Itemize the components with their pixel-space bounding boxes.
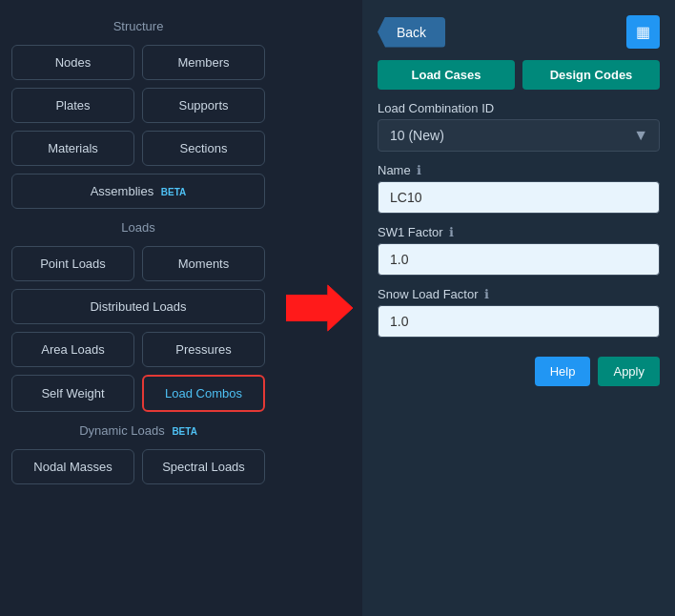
sw1-factor-section: SW1 Factor ℹ [378,225,660,276]
members-button[interactable]: Members [142,45,265,80]
apply-button[interactable]: Apply [598,357,660,386]
point-loads-button[interactable]: Point Loads [11,246,134,281]
self-weight-load-combos-grid: Self Weight Load Combos [11,375,265,412]
design-codes-tab[interactable]: Design Codes [522,60,660,90]
name-info-icon[interactable]: ℹ [417,163,421,177]
moments-button[interactable]: Moments [142,246,265,281]
spectral-loads-button[interactable]: Spectral Loads [142,449,265,484]
snow-load-factor-input[interactable] [378,305,660,338]
top-bar: Back ▦ [378,15,660,49]
area-pressures-grid: Area Loads Pressures [11,332,265,367]
materials-button[interactable]: Materials [11,131,134,166]
distributed-loads-button[interactable]: Distributed Loads [11,289,265,324]
help-button[interactable]: Help [535,357,591,386]
structure-label: Structure [11,19,265,33]
load-combination-select[interactable]: 10 (New) [378,119,660,152]
snow-load-info-icon[interactable]: ℹ [484,287,489,301]
name-input[interactable] [378,181,660,214]
load-combination-id-label: Load Combination ID [378,101,660,115]
arrow-divider [276,0,362,616]
self-weight-button[interactable]: Self Weight [11,375,134,412]
distributed-loads-row: Distributed Loads [11,289,265,324]
plates-button[interactable]: Plates [11,88,134,123]
right-arrow-icon [286,284,353,332]
area-loads-button[interactable]: Area Loads [11,332,134,367]
sw1-info-icon[interactable]: ℹ [449,225,454,239]
nodal-masses-button[interactable]: Nodal Masses [11,449,134,484]
sections-button[interactable]: Sections [142,131,265,166]
name-section: Name ℹ [378,163,660,214]
snow-load-factor-label: Snow Load Factor ℹ [378,287,660,301]
load-combination-select-wrapper: 10 (New) ▼ [378,119,660,152]
name-label: Name ℹ [378,163,660,177]
dynamic-grid: Nodal Masses Spectral Loads [11,449,265,484]
pressures-button[interactable]: Pressures [142,332,265,367]
load-cases-tab[interactable]: Load Cases [378,60,515,90]
dynamic-beta-badge: BETA [172,426,196,437]
action-bar: Help Apply [378,357,660,386]
svg-marker-0 [286,285,353,331]
grid-icon: ▦ [636,24,650,40]
structure-grid: Nodes Members Plates Supports Materials … [11,45,265,166]
right-panel: Back ▦ Load Cases Design Codes Load Comb… [362,0,675,616]
sw1-factor-label: SW1 Factor ℹ [378,225,660,239]
back-button[interactable]: Back [378,17,445,48]
supports-button[interactable]: Supports [142,88,265,123]
left-panel: Structure Nodes Members Plates Supports … [0,0,276,616]
assemblies-beta-badge: BETA [161,187,186,197]
loads-grid: Point Loads Moments [11,246,265,281]
sw1-factor-input[interactable] [378,243,660,276]
snow-load-factor-section: Snow Load Factor ℹ [378,287,660,338]
tab-bar: Load Cases Design Codes [378,60,660,90]
assemblies-row: Assemblies BETA [11,174,265,209]
loads-label: Loads [11,220,265,235]
nodes-button[interactable]: Nodes [11,45,134,80]
dynamic-loads-label: Dynamic Loads BETA [11,423,265,438]
load-combination-id-section: Load Combination ID 10 (New) ▼ [378,101,660,152]
assemblies-button[interactable]: Assemblies BETA [11,174,265,209]
grid-icon-button[interactable]: ▦ [626,15,660,49]
load-combos-button[interactable]: Load Combos [142,375,265,412]
